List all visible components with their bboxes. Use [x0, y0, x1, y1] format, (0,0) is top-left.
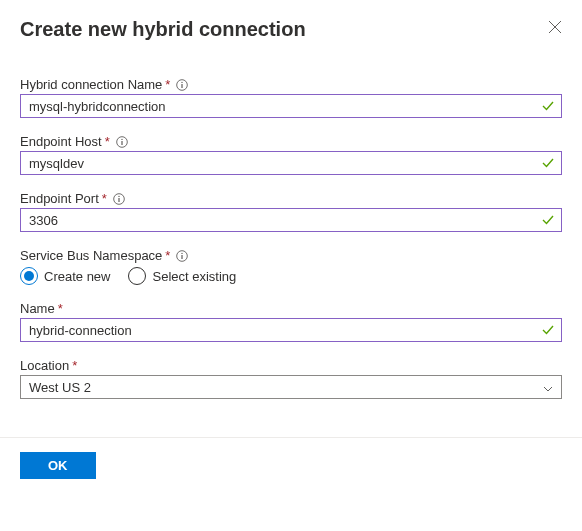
field-label: Endpoint Host *: [20, 134, 562, 149]
radio-label: Select existing: [152, 269, 236, 284]
endpoint-port-input[interactable]: [21, 209, 561, 231]
create-hybrid-connection-panel: Create new hybrid connection Hybrid conn…: [0, 0, 582, 399]
checkmark-icon: [541, 213, 555, 227]
field-endpoint-port: Endpoint Port *: [20, 191, 562, 232]
label-text: Endpoint Port: [20, 191, 99, 206]
info-icon[interactable]: [113, 193, 125, 205]
panel-footer: OK: [0, 437, 582, 493]
info-icon[interactable]: [176, 79, 188, 91]
field-hybrid-connection-name: Hybrid connection Name *: [20, 77, 562, 118]
info-icon[interactable]: [116, 136, 128, 148]
namespace-radio-group: Create new Select existing: [20, 267, 562, 285]
info-icon[interactable]: [176, 250, 188, 262]
panel-title: Create new hybrid connection: [20, 18, 562, 41]
required-asterisk: *: [58, 301, 63, 316]
endpoint-host-input[interactable]: [21, 152, 561, 174]
radio-select-existing[interactable]: Select existing: [128, 267, 236, 285]
svg-rect-5: [121, 141, 122, 145]
checkmark-icon: [541, 99, 555, 113]
svg-rect-2: [182, 84, 183, 88]
field-label: Endpoint Port *: [20, 191, 562, 206]
label-text: Hybrid connection Name: [20, 77, 162, 92]
label-text: Name: [20, 301, 55, 316]
field-label: Hybrid connection Name *: [20, 77, 562, 92]
input-wrap: [20, 318, 562, 342]
name-input[interactable]: [21, 319, 561, 341]
location-select[interactable]: West US 2: [20, 375, 562, 399]
close-button[interactable]: [548, 20, 562, 34]
checkmark-icon: [541, 323, 555, 337]
label-text: Service Bus Namespace: [20, 248, 162, 263]
required-asterisk: *: [165, 77, 170, 92]
field-label: Name *: [20, 301, 562, 316]
radio-label: Create new: [44, 269, 110, 284]
required-asterisk: *: [102, 191, 107, 206]
field-endpoint-host: Endpoint Host *: [20, 134, 562, 175]
field-label: Location *: [20, 358, 562, 373]
select-value: West US 2: [21, 380, 561, 395]
ok-button[interactable]: OK: [20, 452, 96, 479]
required-asterisk: *: [72, 358, 77, 373]
radio-icon: [20, 267, 38, 285]
svg-rect-11: [182, 255, 183, 259]
field-label: Service Bus Namespace *: [20, 248, 562, 263]
checkmark-icon: [541, 156, 555, 170]
required-asterisk: *: [165, 248, 170, 263]
input-wrap: [20, 208, 562, 232]
label-text: Location: [20, 358, 69, 373]
required-asterisk: *: [105, 134, 110, 149]
svg-rect-8: [118, 198, 119, 202]
input-wrap: [20, 151, 562, 175]
svg-point-7: [118, 195, 119, 196]
radio-icon: [128, 267, 146, 285]
svg-point-1: [182, 81, 183, 82]
field-name: Name *: [20, 301, 562, 342]
radio-create-new[interactable]: Create new: [20, 267, 110, 285]
field-service-bus-namespace: Service Bus Namespace * Create new Selec…: [20, 248, 562, 285]
svg-point-10: [182, 252, 183, 253]
input-wrap: [20, 94, 562, 118]
close-icon: [548, 22, 562, 37]
label-text: Endpoint Host: [20, 134, 102, 149]
svg-point-4: [121, 138, 122, 139]
field-location: Location * West US 2: [20, 358, 562, 399]
hybrid-connection-name-input[interactable]: [21, 95, 561, 117]
chevron-down-icon: [543, 382, 553, 392]
